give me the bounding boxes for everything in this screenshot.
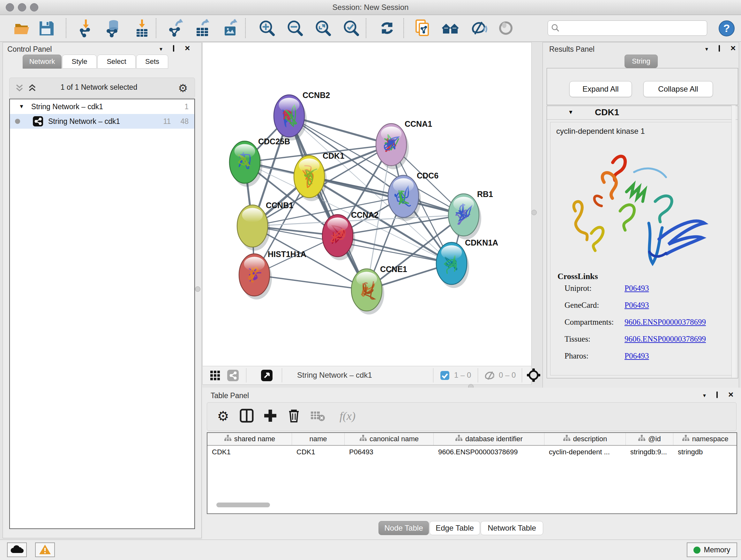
tab-string[interactable]: String: [624, 55, 658, 68]
crosslink-label: GeneCard:: [564, 301, 599, 309]
crosslink-link[interactable]: P06493: [624, 301, 649, 310]
network-row-selected[interactable]: String Network – cdk1 11 48: [10, 114, 194, 129]
expand-all-button[interactable]: Expand All: [569, 81, 632, 97]
zoom-in-button[interactable]: [258, 19, 276, 37]
function-builder-icon[interactable]: f(x): [332, 407, 363, 426]
delete-column-icon[interactable]: [284, 407, 304, 426]
table-cell[interactable]: 9606.ENSP00000378699: [434, 446, 544, 458]
export-table-button[interactable]: [193, 19, 212, 37]
save-session-button[interactable]: [37, 19, 56, 37]
zoom-out-button[interactable]: [286, 19, 305, 37]
column-header-database-identifier[interactable]: database identifier: [434, 433, 544, 445]
panel-close-icon[interactable]: ×: [185, 45, 190, 51]
network-node-CCNB1[interactable]: CCNB1: [237, 201, 293, 251]
crosslink-link[interactable]: P06493: [624, 284, 649, 293]
zoom-selected-button[interactable]: [342, 19, 360, 37]
network-view-icon[interactable]: [227, 369, 239, 382]
tab-node-table[interactable]: Node Table: [379, 521, 429, 535]
right-splitter-handle[interactable]: [531, 210, 537, 215]
search-field: [548, 20, 707, 36]
hidden-eye-icon[interactable]: [484, 370, 495, 382]
detach-view-icon[interactable]: [261, 369, 273, 382]
delete-table-icon[interactable]: [308, 407, 327, 426]
grid-view-icon[interactable]: [210, 370, 220, 382]
refresh-view-button[interactable]: [378, 19, 396, 37]
network-node-CCNA1[interactable]: CCNA1: [376, 119, 432, 169]
help-button[interactable]: ?: [718, 19, 736, 38]
import-table-button[interactable]: [133, 19, 151, 37]
export-image-button[interactable]: [221, 19, 240, 37]
network-node-CCNA2[interactable]: CCNA2: [322, 210, 379, 260]
network-node-HIST1H1A[interactable]: HIST1H1A: [239, 250, 307, 300]
column-header-name[interactable]: name: [292, 433, 345, 445]
column-header-namespace[interactable]: namespace: [673, 433, 737, 445]
birds-eye-navigator-icon[interactable]: [526, 368, 541, 383]
search-input[interactable]: [562, 22, 704, 34]
node-label-CCNE1: CCNE1: [380, 265, 407, 273]
table-horizontal-scrollbar[interactable]: [216, 503, 270, 507]
panel-close-icon[interactable]: ×: [728, 391, 733, 398]
network-from-selection-button[interactable]: [413, 19, 431, 37]
table-cell[interactable]: stringdb: [673, 446, 737, 458]
network-node-CDKN1A[interactable]: CDKN1A: [436, 238, 498, 288]
table-cell[interactable]: cyclin-dependent ...: [544, 446, 626, 458]
network-node-CCNE1[interactable]: CCNE1: [351, 265, 407, 314]
column-header-canonical-name[interactable]: canonical name: [345, 433, 434, 445]
network-node-CDC25B[interactable]: CDC25B: [229, 137, 290, 187]
selected-checkbox-icon[interactable]: [440, 371, 450, 381]
zoom-fit-button[interactable]: [314, 19, 333, 37]
panel-float-icon[interactable]: [717, 391, 718, 398]
panel-float-icon[interactable]: [719, 45, 720, 52]
node-label-CDK1: CDK1: [323, 151, 344, 160]
panel-menu-icon[interactable]: ▼: [158, 46, 163, 53]
network-collection-row[interactable]: ▼ String Network – cdk1 1: [10, 99, 194, 114]
table-cell[interactable]: CDK1: [292, 446, 345, 458]
results-scrollbar[interactable]: [731, 106, 736, 378]
hide-selected-button[interactable]: [469, 19, 488, 37]
left-splitter-handle[interactable]: [195, 287, 200, 292]
main-toolbar: ?: [0, 15, 741, 42]
footer-divider: [246, 368, 246, 382]
panel-menu-icon[interactable]: ▼: [702, 392, 707, 399]
show-columns-icon[interactable]: [237, 407, 256, 426]
tab-select[interactable]: Select: [97, 55, 136, 69]
table-cell[interactable]: CDK1: [207, 446, 292, 458]
network-node-RB1[interactable]: RB1: [448, 190, 493, 240]
collection-expand-caret-icon[interactable]: ▼: [19, 104, 24, 110]
table-row[interactable]: CDK1CDK1P064939606.ENSP00000378699cyclin…: [207, 446, 737, 458]
collapse-all-icon[interactable]: [15, 83, 23, 94]
table-cell[interactable]: P06493: [345, 446, 434, 458]
table-cell[interactable]: stringdb:9...: [626, 446, 673, 458]
crosslink-link[interactable]: 9606.ENSP00000378699: [624, 318, 706, 327]
tab-network-table[interactable]: Network Table: [481, 521, 543, 535]
import-database-button[interactable]: [104, 19, 123, 37]
entry-collapse-caret-icon[interactable]: ▼: [568, 109, 574, 116]
collapse-all-button[interactable]: Collapse All: [643, 81, 713, 97]
tab-style[interactable]: Style: [62, 55, 97, 69]
network-canvas[interactable]: CCNB2CCNA1CDC25BCDK1CDC6RB1CCNB1CCNA2CDK…: [202, 42, 532, 367]
show-all-button[interactable]: [496, 19, 515, 37]
export-network-button[interactable]: [166, 19, 185, 37]
network-node-CCNB2[interactable]: CCNB2: [274, 91, 330, 140]
add-column-icon[interactable]: [261, 407, 280, 426]
first-neighbors-button[interactable]: [441, 19, 460, 37]
cloud-status-button[interactable]: [7, 543, 27, 557]
tab-sets[interactable]: Sets: [136, 55, 168, 69]
panel-float-icon[interactable]: [173, 45, 174, 52]
tab-edge-table[interactable]: Edge Table: [429, 521, 480, 535]
tab-network[interactable]: Network: [23, 55, 62, 69]
panel-menu-icon[interactable]: ▼: [704, 46, 709, 53]
open-session-button[interactable]: [13, 19, 31, 37]
panel-close-icon[interactable]: ×: [731, 45, 736, 51]
crosslink-link[interactable]: P06493: [624, 352, 649, 361]
warning-status-button[interactable]: [35, 543, 55, 557]
memory-button[interactable]: Memory: [687, 543, 737, 557]
network-options-gear-icon[interactable]: ⚙: [178, 82, 188, 95]
expand-all-icon[interactable]: [28, 83, 37, 94]
table-options-gear-icon[interactable]: ⚙: [213, 407, 232, 426]
crosslink-link[interactable]: 9606.ENSP00000378699: [624, 334, 706, 344]
column-header--id[interactable]: @id: [626, 433, 673, 445]
import-network-button[interactable]: [77, 19, 96, 37]
column-header-description[interactable]: description: [544, 433, 626, 445]
column-header-shared-name[interactable]: shared name: [207, 433, 292, 445]
